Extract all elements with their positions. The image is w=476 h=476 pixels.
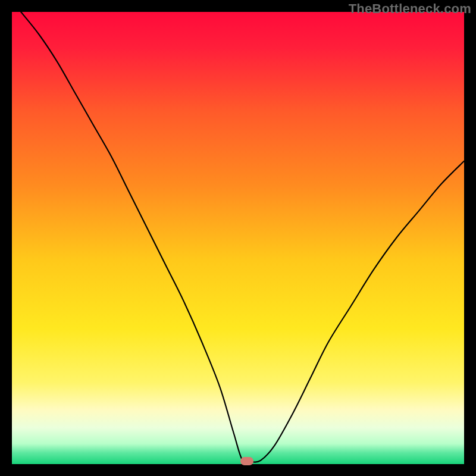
watermark-text: TheBottleneck.com (349, 1, 471, 17)
chart-container: TheBottleneck.com (0, 0, 476, 476)
chart-svg (12, 12, 464, 464)
plot-area (12, 12, 464, 464)
optimal-marker-icon (240, 457, 253, 465)
